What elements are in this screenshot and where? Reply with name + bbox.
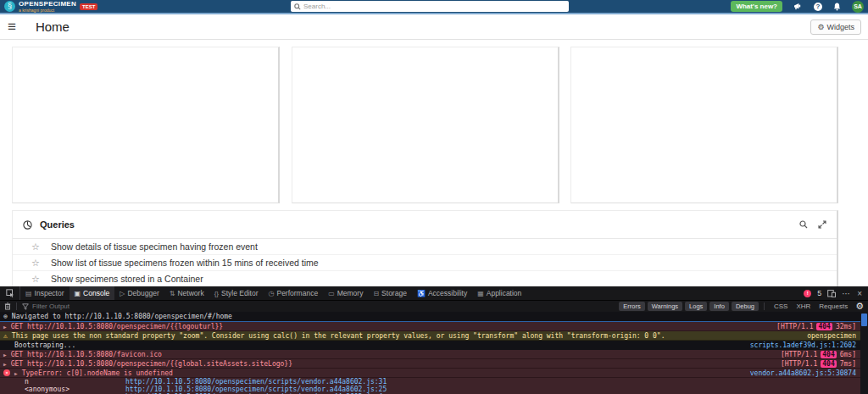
tab-inspector[interactable]: ▤Inspector bbox=[20, 286, 70, 300]
filter-errors-button[interactable]: Errors bbox=[619, 302, 644, 311]
console-message: GET http://10.1.10.5:8080/openspecimen/{… bbox=[11, 323, 223, 330]
filter-xhr-toggle[interactable]: XHR bbox=[796, 302, 810, 310]
queries-header: Queries bbox=[13, 211, 837, 239]
dashboard-card-1 bbox=[12, 47, 280, 203]
divider bbox=[764, 302, 765, 310]
filter-funnel-icon bbox=[22, 303, 29, 310]
filter-css-toggle[interactable]: CSS bbox=[774, 302, 787, 310]
dashboard-card-2 bbox=[292, 47, 559, 203]
tab-console[interactable]: ▣Console bbox=[70, 286, 115, 300]
filter-output-field[interactable] bbox=[22, 302, 134, 310]
queries-expand-icon[interactable] bbox=[818, 220, 826, 229]
star-icon[interactable]: ☆ bbox=[31, 242, 40, 252]
topbar-actions: What's new? ? SA bbox=[731, 0, 864, 13]
memory-icon: ▭ bbox=[328, 290, 335, 297]
console-row-log: Bootstraping... scripts.1adef39d.js:1:26… bbox=[0, 341, 868, 350]
performance-icon: ◷ bbox=[268, 290, 274, 297]
devtools-tabbar-controls: ! 5 ⋯ × bbox=[804, 286, 868, 300]
search-input[interactable] bbox=[303, 3, 565, 10]
tab-memory[interactable]: ▭Memory bbox=[323, 286, 368, 300]
console-scrollbar[interactable] bbox=[860, 312, 868, 394]
filter-output-input[interactable] bbox=[32, 302, 134, 310]
http-status: [HTTP/1.1 404 7ms] bbox=[781, 360, 856, 368]
queries-chart-icon bbox=[23, 220, 32, 230]
notifications-bell-icon[interactable] bbox=[833, 3, 841, 11]
filter-warnings-button[interactable]: Warnings bbox=[648, 302, 682, 311]
console-row-navigated: ⊕ Navigated to http://10.1.10.5:8080/ope… bbox=[0, 312, 868, 322]
help-question-icon[interactable]: ? bbox=[814, 3, 822, 11]
devtools-menu-icon[interactable]: ⋯ bbox=[842, 289, 851, 298]
filter-requests-toggle[interactable]: Requests bbox=[819, 302, 848, 310]
divider bbox=[16, 302, 17, 310]
style-editor-icon: {} bbox=[214, 290, 219, 297]
devtools-panel: ▤Inspector ▣Console ▷Debugger ⇅Network {… bbox=[0, 286, 868, 394]
dashboard-cards bbox=[12, 47, 838, 203]
network-icon: ⇅ bbox=[170, 290, 175, 297]
application-icon: ▦ bbox=[477, 290, 484, 297]
filter-debug-button[interactable]: Debug bbox=[732, 302, 759, 311]
tab-accessibility[interactable]: ♿Accessibility bbox=[412, 286, 472, 300]
stack-location-link[interactable]: http://10.1.10.5:8080/openspecimen/scrip… bbox=[125, 386, 387, 393]
devtools-tabbar: ▤Inspector ▣Console ▷Debugger ⇅Network {… bbox=[0, 286, 868, 300]
error-source-link[interactable]: vendor.a44a8602.js:5:30874 bbox=[750, 369, 856, 377]
console-settings-gear-icon[interactable]: ⚙ bbox=[855, 301, 864, 312]
search-icon bbox=[294, 3, 301, 10]
query-label[interactable]: Show list of tissue specimens frozen wit… bbox=[51, 258, 319, 268]
whats-new-button[interactable]: What's new? bbox=[731, 1, 782, 12]
env-test-badge: TEST bbox=[80, 3, 97, 10]
brand-block[interactable]: OPENSPECIMEN a krishagni product bbox=[19, 1, 76, 13]
tab-network[interactable]: ⇅Network bbox=[164, 286, 209, 300]
log-source-link[interactable]: scripts.1adef39d.js:1:2602 bbox=[750, 341, 856, 349]
tab-style-editor[interactable]: {}Style Editor bbox=[209, 286, 264, 300]
error-circle-icon: × bbox=[3, 369, 10, 376]
disclosure-triangle-icon[interactable]: ▶ bbox=[3, 361, 7, 367]
star-icon[interactable]: ☆ bbox=[31, 258, 40, 268]
disclosure-triangle-icon[interactable]: ▶ bbox=[3, 324, 7, 330]
brand-name: OPENSPECIMEN bbox=[19, 1, 76, 8]
scrollbar-thumb[interactable] bbox=[861, 314, 867, 326]
queries-search-icon[interactable] bbox=[799, 220, 808, 229]
status-code-badge: 404 bbox=[816, 323, 832, 330]
query-label[interactable]: Show specimens stored in a Container bbox=[51, 274, 203, 284]
tab-application[interactable]: ▦Application bbox=[472, 286, 526, 300]
filter-logs-button[interactable]: Logs bbox=[685, 302, 707, 311]
tab-debugger[interactable]: ▷Debugger bbox=[114, 286, 164, 300]
query-label[interactable]: Show details of tissue specimen having f… bbox=[51, 241, 258, 252]
console-row-exception: × ▶ TypeError: c[0].nodeName is undefine… bbox=[0, 369, 868, 378]
stack-location-link[interactable]: http://10.1.10.5:8080/openspecimen/scrip… bbox=[125, 378, 387, 386]
tab-performance[interactable]: ◷Performance bbox=[263, 286, 323, 300]
global-search[interactable] bbox=[291, 1, 569, 12]
query-list-item[interactable]: ☆ Show specimens stored in a Container bbox=[13, 271, 837, 287]
filter-info-button[interactable]: Info bbox=[709, 302, 729, 311]
tab-storage[interactable]: ⊟Storage bbox=[368, 286, 411, 300]
star-icon[interactable]: ☆ bbox=[31, 275, 40, 284]
openspecimen-logo-icon[interactable]: § bbox=[4, 1, 15, 12]
query-list-item[interactable]: ☆ Show list of tissue specimens frozen w… bbox=[13, 255, 837, 271]
error-count: 5 bbox=[817, 289, 821, 297]
responsive-design-mode-icon[interactable] bbox=[827, 290, 836, 297]
user-avatar[interactable]: SA bbox=[852, 1, 864, 13]
page-header: ≡ Home ⚙ Widgets bbox=[0, 14, 868, 40]
stack-function: n bbox=[25, 378, 125, 386]
console-message: Bootstraping... bbox=[14, 341, 75, 349]
console-output: ⊕ Navigated to http://10.1.10.5:8080/ope… bbox=[0, 312, 868, 394]
status-code-badge: 404 bbox=[821, 360, 836, 368]
pick-element-icon[interactable] bbox=[0, 286, 20, 300]
disclosure-triangle-icon[interactable]: ▶ bbox=[14, 370, 18, 376]
console-message: GET http://10.1.10.5:8080/favicon.ico bbox=[11, 351, 162, 358]
filter-level-controls: Errors Warnings Logs Info Debug CSS XHR … bbox=[616, 301, 864, 312]
devtools-close-icon[interactable]: × bbox=[857, 289, 862, 298]
error-badge-icon: ! bbox=[804, 290, 811, 297]
hamburger-menu-icon[interactable]: ≡ bbox=[8, 19, 16, 34]
clear-console-trash-icon[interactable] bbox=[4, 302, 11, 310]
announcements-megaphone-icon[interactable] bbox=[793, 3, 803, 10]
console-row-network-error: ▶ GET http://10.1.10.5:8080/openspecimen… bbox=[0, 322, 868, 331]
widgets-button-label: Widgets bbox=[826, 23, 854, 31]
http-status: [HTTP/1.1 404 32ms] bbox=[776, 323, 856, 330]
widgets-button[interactable]: ⚙ Widgets bbox=[810, 19, 861, 35]
disclosure-triangle-icon[interactable]: ▶ bbox=[3, 352, 7, 358]
query-list-item[interactable]: ☆ Show details of tissue specimen having… bbox=[13, 239, 837, 255]
globe-icon: ⊕ bbox=[3, 313, 8, 320]
warning-source-link[interactable]: openspecimen bbox=[807, 332, 856, 340]
inspector-icon: ▤ bbox=[25, 290, 32, 297]
